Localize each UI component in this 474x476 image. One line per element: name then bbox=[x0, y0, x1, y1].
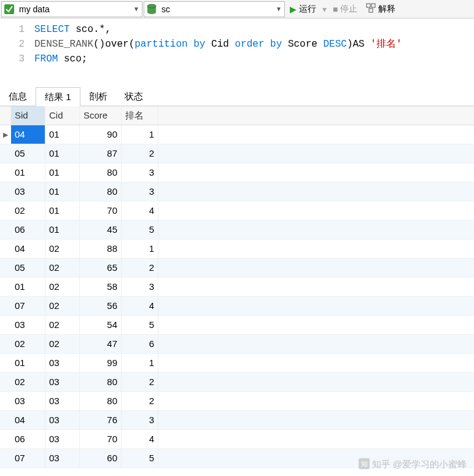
table-row[interactable]: 0402881 bbox=[0, 240, 474, 259]
database-dropdown[interactable]: sc ▼ bbox=[144, 1, 285, 17]
cell-cid[interactable]: 03 bbox=[45, 392, 80, 410]
col-header-sid[interactable]: Sid bbox=[11, 106, 45, 125]
cell-rank[interactable]: 5 bbox=[122, 316, 158, 334]
cell-score[interactable]: 56 bbox=[80, 297, 122, 315]
cell-cid[interactable]: 01 bbox=[45, 182, 80, 201]
tab-status[interactable]: 状态 bbox=[116, 87, 152, 106]
cell-score[interactable]: 87 bbox=[80, 144, 122, 163]
cell-score[interactable]: 60 bbox=[80, 449, 122, 467]
sql-editor[interactable]: 1 SELECT sco.*, 2 DENSE_RANK()over(parti… bbox=[0, 18, 474, 72]
cell-score[interactable]: 58 bbox=[80, 278, 122, 296]
cell-cid[interactable]: 01 bbox=[45, 220, 80, 239]
tab-result1[interactable]: 结果 1 bbox=[36, 87, 80, 106]
cell-score[interactable]: 45 bbox=[80, 220, 122, 239]
cell-sid[interactable]: 03 bbox=[11, 392, 45, 410]
cell-cid[interactable]: 02 bbox=[45, 297, 80, 315]
cell-score[interactable]: 80 bbox=[80, 182, 122, 201]
cell-rank[interactable]: 3 bbox=[122, 163, 158, 182]
explain-button[interactable]: 解释 bbox=[362, 1, 399, 17]
cell-sid[interactable]: 06 bbox=[11, 430, 45, 448]
cell-sid[interactable]: 05 bbox=[11, 259, 45, 277]
cell-sid[interactable]: 04 bbox=[11, 240, 45, 258]
cell-score[interactable]: 65 bbox=[80, 259, 122, 277]
cell-score[interactable]: 76 bbox=[80, 411, 122, 429]
cell-sid[interactable]: 03 bbox=[11, 182, 45, 201]
cell-sid[interactable]: 03 bbox=[11, 316, 45, 334]
cell-rank[interactable]: 2 bbox=[122, 259, 158, 277]
cell-rank[interactable]: 3 bbox=[122, 278, 158, 296]
cell-sid[interactable]: 07 bbox=[11, 449, 45, 467]
cell-cid[interactable]: 03 bbox=[45, 449, 80, 467]
table-row[interactable]: 0303802 bbox=[0, 392, 474, 411]
cell-sid[interactable]: 04 bbox=[11, 125, 45, 144]
cell-rank[interactable]: 2 bbox=[122, 373, 158, 391]
cell-cid[interactable]: 03 bbox=[45, 373, 80, 391]
table-row[interactable]: 0101803 bbox=[0, 163, 474, 182]
col-header-rank[interactable]: 排名 bbox=[122, 106, 158, 125]
cell-cid[interactable]: 02 bbox=[45, 278, 80, 296]
table-row[interactable]: 0301803 bbox=[0, 182, 474, 201]
cell-rank[interactable]: 1 bbox=[122, 125, 158, 144]
tab-info[interactable]: 信息 bbox=[0, 87, 36, 106]
cell-score[interactable]: 70 bbox=[80, 430, 122, 448]
cell-rank[interactable]: 4 bbox=[122, 201, 158, 220]
cell-cid[interactable]: 03 bbox=[45, 430, 80, 448]
cell-cid[interactable]: 02 bbox=[45, 335, 80, 353]
cell-cid[interactable]: 01 bbox=[45, 201, 80, 220]
table-row[interactable]: 0502652 bbox=[0, 259, 474, 278]
table-row[interactable]: 0302545 bbox=[0, 316, 474, 335]
cell-cid[interactable]: 02 bbox=[45, 259, 80, 277]
cell-sid[interactable]: 02 bbox=[11, 335, 45, 353]
cell-sid[interactable]: 01 bbox=[11, 163, 45, 182]
cell-rank[interactable]: 4 bbox=[122, 430, 158, 448]
cell-cid[interactable]: 02 bbox=[45, 240, 80, 258]
cell-rank[interactable]: 4 bbox=[122, 297, 158, 315]
cell-rank[interactable]: 1 bbox=[122, 354, 158, 372]
run-button[interactable]: ▶ 运行 bbox=[286, 1, 320, 17]
stop-button[interactable]: ■ 停止 bbox=[329, 1, 361, 17]
cell-sid[interactable]: 02 bbox=[11, 373, 45, 391]
table-row[interactable]: 0603704 bbox=[0, 430, 474, 449]
cell-rank[interactable]: 2 bbox=[122, 144, 158, 163]
col-header-score[interactable]: Score bbox=[80, 106, 122, 125]
table-row[interactable]: 0403763 bbox=[0, 411, 474, 430]
cell-cid[interactable]: 01 bbox=[45, 144, 80, 163]
table-row[interactable]: 0601455 bbox=[0, 220, 474, 240]
cell-rank[interactable]: 2 bbox=[122, 392, 158, 410]
result-grid[interactable]: Sid Cid Score 排名 ▶0401901050187201018030… bbox=[0, 106, 474, 468]
cell-score[interactable]: 90 bbox=[80, 125, 122, 144]
cell-rank[interactable]: 3 bbox=[122, 411, 158, 429]
cell-sid[interactable]: 01 bbox=[11, 354, 45, 372]
table-row[interactable]: 0203802 bbox=[0, 373, 474, 392]
table-row[interactable]: 0202476 bbox=[0, 335, 474, 354]
cell-rank[interactable]: 1 bbox=[122, 240, 158, 258]
cell-sid[interactable]: 02 bbox=[11, 201, 45, 220]
table-row[interactable]: 0103991 bbox=[0, 354, 474, 373]
cell-rank[interactable]: 5 bbox=[122, 449, 158, 467]
cell-score[interactable]: 70 bbox=[80, 201, 122, 220]
cell-cid[interactable]: 01 bbox=[45, 163, 80, 182]
cell-rank[interactable]: 6 bbox=[122, 335, 158, 353]
connection-dropdown[interactable]: my data ▼ bbox=[1, 1, 142, 17]
cell-score[interactable]: 80 bbox=[80, 392, 122, 410]
cell-sid[interactable]: 07 bbox=[11, 297, 45, 315]
cell-cid[interactable]: 01 bbox=[45, 125, 80, 144]
cell-score[interactable]: 54 bbox=[80, 316, 122, 334]
cell-sid[interactable]: 05 bbox=[11, 144, 45, 163]
cell-rank[interactable]: 5 bbox=[122, 220, 158, 239]
table-row[interactable]: 0102583 bbox=[0, 278, 474, 297]
cell-score[interactable]: 88 bbox=[80, 240, 122, 258]
cell-rank[interactable]: 3 bbox=[122, 182, 158, 201]
cell-sid[interactable]: 01 bbox=[11, 278, 45, 296]
cell-score[interactable]: 80 bbox=[80, 373, 122, 391]
table-row[interactable]: 0702564 bbox=[0, 297, 474, 316]
cell-cid[interactable]: 03 bbox=[45, 354, 80, 372]
table-row[interactable]: 0201704 bbox=[0, 201, 474, 220]
cell-score[interactable]: 47 bbox=[80, 335, 122, 353]
cell-cid[interactable]: 03 bbox=[45, 411, 80, 429]
cell-cid[interactable]: 02 bbox=[45, 316, 80, 334]
cell-sid[interactable]: 04 bbox=[11, 411, 45, 429]
cell-score[interactable]: 99 bbox=[80, 354, 122, 372]
table-row[interactable]: 0501872 bbox=[0, 144, 474, 163]
cell-sid[interactable]: 06 bbox=[11, 220, 45, 239]
